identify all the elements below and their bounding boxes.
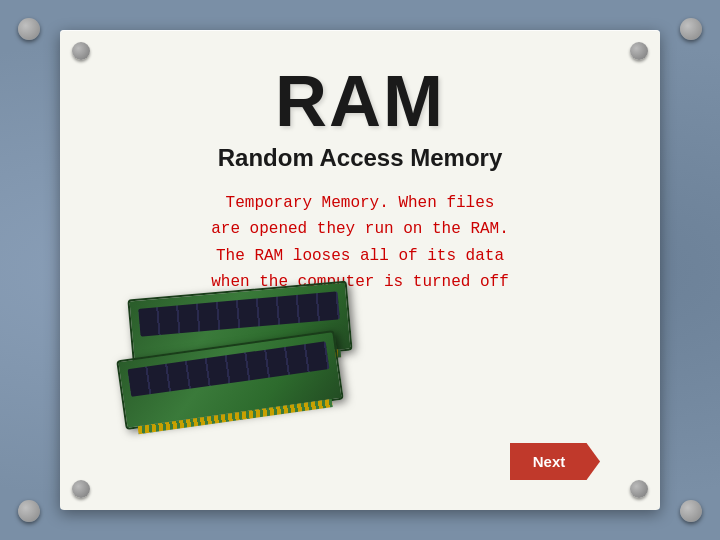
main-card: RAM Random Access Memory Temporary Memor… <box>60 30 660 510</box>
card-tack-bottom-left <box>72 480 90 498</box>
page-title: RAM <box>275 60 445 142</box>
next-button[interactable]: Next <box>510 443 600 480</box>
corner-tack-top-right <box>680 18 702 40</box>
card-tack-bottom-right <box>630 480 648 498</box>
card-tack-top-left <box>72 42 90 60</box>
page-subtitle: Random Access Memory <box>218 144 503 172</box>
corner-tack-bottom-right <box>680 500 702 522</box>
corner-tack-top-left <box>18 18 40 40</box>
card-tack-top-right <box>630 42 648 60</box>
description-text: Temporary Memory. When filesare opened t… <box>120 190 600 296</box>
content-area: Temporary Memory. When filesare opened t… <box>100 190 620 490</box>
ram-image <box>120 290 380 450</box>
corner-tack-bottom-left <box>18 500 40 522</box>
